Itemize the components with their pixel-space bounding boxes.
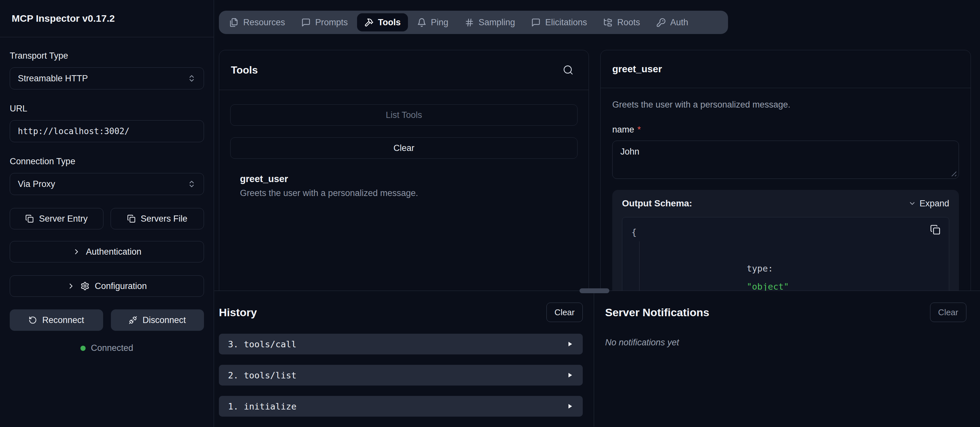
tool-detail-description: Greets the user with a personalized mess… <box>612 100 959 110</box>
hammer-icon <box>364 18 374 27</box>
tab-label: Prompts <box>315 17 348 27</box>
key-icon <box>656 18 666 27</box>
transport-type-select[interactable]: Streamable HTTP <box>10 67 204 89</box>
copy-icon <box>25 214 34 223</box>
connection-type-value: Via Proxy <box>18 179 55 189</box>
url-label: URL <box>10 104 204 114</box>
configuration-label: Configuration <box>95 281 147 291</box>
tab-ping[interactable]: Ping <box>410 13 456 32</box>
chevron-down-icon <box>908 200 916 207</box>
history-list: 3. tools/call 2. tools/list 1. initializ… <box>219 334 583 417</box>
rotate-ccw-icon <box>29 316 37 324</box>
tab-prompts[interactable]: Prompts <box>294 13 355 32</box>
server-entry-button[interactable]: Server Entry <box>10 208 103 229</box>
tab-label: Sampling <box>479 17 515 27</box>
name-field-label: name* <box>612 125 959 135</box>
chevrons-up-down-icon <box>188 74 196 83</box>
tab-tools[interactable]: Tools <box>357 13 408 32</box>
tool-detail-title: greet_user <box>612 63 662 75</box>
code-entry: type: "object" <box>652 241 940 290</box>
sidebar: MCP Inspector v0.17.2 Transport Type Str… <box>0 0 214 427</box>
url-input[interactable]: http://localhost:3002/ <box>10 120 204 142</box>
required-marker: * <box>638 125 641 135</box>
hash-icon <box>465 18 474 27</box>
server-buttons-row: Server Entry Servers File <box>10 208 204 229</box>
schema-expand-toggle[interactable]: Expand <box>908 198 949 209</box>
code-key: type: <box>747 264 773 273</box>
output-schema-header: Output Schema: Expand <box>622 198 949 209</box>
resize-handle-icon <box>951 171 956 176</box>
transport-type-label: Transport Type <box>10 51 204 61</box>
server-notifications-title: Server Notifications <box>605 306 709 319</box>
name-field-input[interactable]: John <box>612 141 959 179</box>
sidebar-header: MCP Inspector v0.17.2 <box>0 0 214 37</box>
search-button[interactable] <box>563 65 574 76</box>
authentication-label: Authentication <box>86 247 142 257</box>
list-tools-button[interactable]: List Tools <box>230 104 578 126</box>
tab-auth[interactable]: Auth <box>649 13 695 32</box>
clear-notifications-button[interactable]: Clear <box>930 303 966 322</box>
schema-code-block: { type: "object" additionalProperties: t… <box>622 217 949 290</box>
tab-label: Resources <box>243 17 285 27</box>
history-panel: History Clear 3. tools/call 2. tools/lis… <box>214 291 594 427</box>
copy-icon <box>930 224 940 235</box>
files-icon <box>229 18 239 27</box>
mcp-inspector-app: MCP Inspector v0.17.2 Transport Type Str… <box>0 0 980 427</box>
tools-panel: Tools List Tools Clear greet_user Greets… <box>219 50 589 290</box>
reconnect-button[interactable]: Reconnect <box>10 310 103 331</box>
tool-list-item[interactable]: greet_user Greets the user with a person… <box>230 174 578 198</box>
connection-status: Connected <box>10 343 204 353</box>
schema-expand-label: Expand <box>920 198 949 209</box>
code-open-brace: { <box>632 223 940 241</box>
reconnect-label: Reconnect <box>42 315 84 325</box>
history-item-label: 3. tools/call <box>228 339 296 349</box>
tab-label: Elicitations <box>545 17 587 27</box>
tab-roots[interactable]: Roots <box>596 13 647 32</box>
sidebar-body: Transport Type Streamable HTTP URL http:… <box>0 37 214 353</box>
chevron-right-icon <box>72 248 81 256</box>
tool-detail-panel: greet_user Greets the user with a person… <box>600 50 971 290</box>
configuration-expander[interactable]: Configuration <box>10 275 204 297</box>
tool-detail-header: greet_user <box>601 50 970 88</box>
tools-panel-header: Tools <box>219 50 589 90</box>
disconnect-label: Disconnect <box>142 315 186 325</box>
authentication-expander[interactable]: Authentication <box>10 241 204 262</box>
tab-resources[interactable]: Resources <box>222 13 292 32</box>
message-square-icon <box>531 18 541 27</box>
clear-history-button[interactable]: Clear <box>546 303 583 322</box>
tab-label: Roots <box>617 17 640 27</box>
copy-schema-button[interactable] <box>930 224 940 235</box>
tools-panel-title: Tools <box>231 64 258 76</box>
history-item[interactable]: 1. initialize <box>219 396 583 417</box>
app-title: MCP Inspector v0.17.2 <box>12 13 115 24</box>
status-dot <box>80 346 86 351</box>
search-icon <box>563 65 574 76</box>
bottom-pane: History Clear 3. tools/call 2. tools/lis… <box>214 290 980 427</box>
history-item[interactable]: 2. tools/list <box>219 365 583 386</box>
message-square-icon <box>301 18 311 27</box>
tab-sampling[interactable]: Sampling <box>458 13 522 32</box>
unplug-icon <box>129 316 137 324</box>
tool-description: Greets the user with a personalized mess… <box>240 188 578 198</box>
bell-icon <box>417 18 426 27</box>
transport-type-value: Streamable HTTP <box>18 73 88 84</box>
tab-label: Tools <box>378 17 401 27</box>
url-value: http://localhost:3002/ <box>18 126 129 136</box>
server-entry-label: Server Entry <box>39 214 88 224</box>
servers-file-button[interactable]: Servers File <box>111 208 204 229</box>
clear-tools-button[interactable]: Clear <box>230 137 578 159</box>
disconnect-button[interactable]: Disconnect <box>111 310 204 331</box>
connection-type-select[interactable]: Via Proxy <box>10 173 204 195</box>
chevron-right-icon <box>67 282 75 290</box>
history-item[interactable]: 3. tools/call <box>219 334 583 354</box>
pane-resize-handle[interactable] <box>579 288 609 293</box>
code-indent-block: type: "object" additionalProperties: tru… <box>639 241 940 290</box>
tools-panel-body: List Tools Clear greet_user Greets the u… <box>219 104 589 198</box>
output-schema-section: Output Schema: Expand <box>612 190 959 290</box>
code-string-value: "object" <box>747 281 789 290</box>
name-field-label-text: name <box>612 125 634 135</box>
folder-tree-icon <box>603 18 612 27</box>
tab-elicitations[interactable]: Elicitations <box>524 13 594 32</box>
top-pane: Resources Prompts Tools <box>214 0 980 290</box>
copy-icon <box>127 214 135 223</box>
